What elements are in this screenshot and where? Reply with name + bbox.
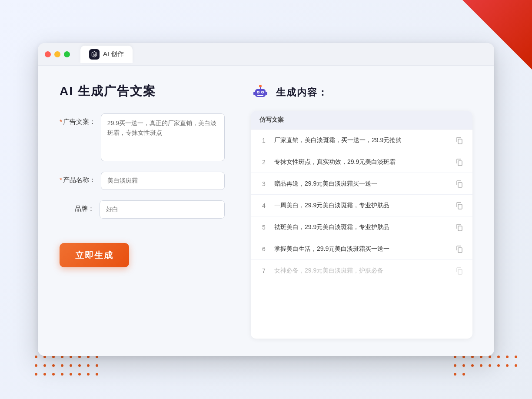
row-number: 3 (259, 180, 268, 187)
ai-tab-icon: AI (89, 49, 100, 60)
product-name-label: *产品名称： (60, 172, 96, 184)
row-text: 专抹女性斑点，真实功效，29.9元美白淡斑霜 (274, 157, 449, 166)
table-row: 2专抹女性斑点，真实功效，29.9元美白淡斑霜 (251, 151, 472, 173)
corner-decoration-bottom-right (454, 356, 506, 382)
svg-rect-16 (458, 226, 462, 231)
svg-rect-11 (266, 92, 267, 95)
brand-group: 品牌： 好白 (60, 200, 225, 219)
close-button[interactable] (45, 51, 51, 57)
robot-icon (251, 83, 270, 102)
copy-icon[interactable] (455, 158, 464, 166)
svg-point-5 (258, 92, 259, 93)
maximize-button[interactable] (64, 51, 70, 57)
table-row: 4一周美白，29.9元美白淡斑霜，专业护肤品 (251, 195, 472, 216)
brand-label: 品牌： (60, 200, 94, 213)
row-number: 2 (259, 159, 268, 166)
copy-icon[interactable] (455, 245, 464, 253)
table-row: 3赠品再送，29.9元美白淡斑霜买一送一 (251, 173, 472, 195)
window-controls (45, 51, 70, 57)
generate-button[interactable]: 立即生成 (60, 243, 129, 267)
row-text: 掌握美白生活，29.9元美白淡斑霜买一送一 (274, 244, 449, 253)
table-row: 5祛斑美白，29.9元美白淡斑霜，专业护肤品 (251, 216, 472, 238)
copy-icon[interactable] (455, 136, 464, 145)
row-text: 女神必备，29.9元美白淡斑霜，护肤必备 (274, 266, 449, 275)
svg-rect-17 (458, 248, 462, 253)
title-bar: AI AI 创作 (38, 43, 494, 66)
copy-icon[interactable] (455, 266, 464, 275)
svg-text:AI: AI (93, 53, 96, 56)
svg-rect-7 (257, 95, 263, 96)
row-text: 赠品再送，29.9元美白淡斑霜买一送一 (274, 179, 449, 188)
page-title: AI 生成广告文案 (60, 83, 225, 100)
table-row: 1厂家直销，美白淡斑霜，买一送一，29.9元抢购 (251, 130, 472, 151)
result-table: 仿写文案 1厂家直销，美白淡斑霜，买一送一，29.9元抢购 2专抹女性斑点，真实… (251, 111, 472, 339)
browser-window: AI AI 创作 AI 生成广告文案 *广告文案： 29.9买一送一，真正的厂家… (38, 43, 494, 356)
svg-point-9 (259, 85, 262, 87)
corner-decoration-bottom-left (35, 356, 122, 390)
row-number: 7 (259, 267, 268, 274)
svg-rect-10 (253, 92, 255, 95)
row-text: 一周美白，29.9元美白淡斑霜，专业护肤品 (274, 201, 449, 210)
copy-icon[interactable] (455, 180, 464, 188)
brand-input[interactable]: 好白 (100, 200, 225, 219)
result-header: 生成内容： (251, 83, 472, 102)
table-row: 6掌握美白生活，29.9元美白淡斑霜买一送一 (251, 238, 472, 260)
ad-copy-group: *广告文案： 29.9买一送一，真正的厂家直销，美白淡斑霜，专抹女性斑点 (60, 113, 225, 161)
product-name-input[interactable]: 美白淡斑霜 (101, 172, 225, 190)
row-text: 厂家直销，美白淡斑霜，买一送一，29.9元抢购 (274, 136, 449, 145)
result-rows-container: 1厂家直销，美白淡斑霜，买一送一，29.9元抢购 2专抹女性斑点，真实功效，29… (251, 130, 472, 281)
ad-copy-label: *广告文案： (60, 113, 96, 126)
row-number: 6 (259, 246, 268, 253)
svg-point-6 (262, 92, 263, 93)
tab-ai-creation[interactable]: AI AI 创作 (80, 46, 133, 63)
minimize-button[interactable] (54, 51, 60, 57)
left-panel: AI 生成广告文案 *广告文案： 29.9买一送一，真正的厂家直销，美白淡斑霜，… (60, 83, 225, 339)
required-star-ad: * (60, 118, 62, 125)
copy-icon[interactable] (455, 201, 464, 210)
svg-rect-14 (458, 183, 462, 187)
content-area: AI 生成广告文案 *广告文案： 29.9买一送一，真正的厂家直销，美白淡斑霜，… (38, 66, 494, 356)
result-title: 生成内容： (276, 86, 328, 99)
svg-rect-12 (458, 139, 462, 144)
row-number: 4 (259, 202, 268, 209)
tab-label: AI 创作 (103, 50, 124, 58)
table-header: 仿写文案 (251, 111, 472, 130)
ad-copy-input[interactable]: 29.9买一送一，真正的厂家直销，美白淡斑霜，专抹女性斑点 (101, 113, 225, 161)
copy-icon[interactable] (455, 223, 464, 232)
row-number: 5 (259, 224, 268, 231)
svg-rect-15 (458, 204, 462, 209)
table-row: 7女神必备，29.9元美白淡斑霜，护肤必备 (251, 260, 472, 281)
product-name-group: *产品名称： 美白淡斑霜 (60, 172, 225, 190)
right-panel: 生成内容： 仿写文案 1厂家直销，美白淡斑霜，买一送一，29.9元抢购 2专抹女… (251, 83, 472, 339)
svg-rect-13 (458, 161, 462, 166)
svg-rect-18 (458, 269, 462, 274)
required-star-product: * (60, 176, 62, 183)
row-text: 祛斑美白，29.9元美白淡斑霜，专业护肤品 (274, 223, 449, 232)
row-number: 1 (259, 137, 268, 144)
